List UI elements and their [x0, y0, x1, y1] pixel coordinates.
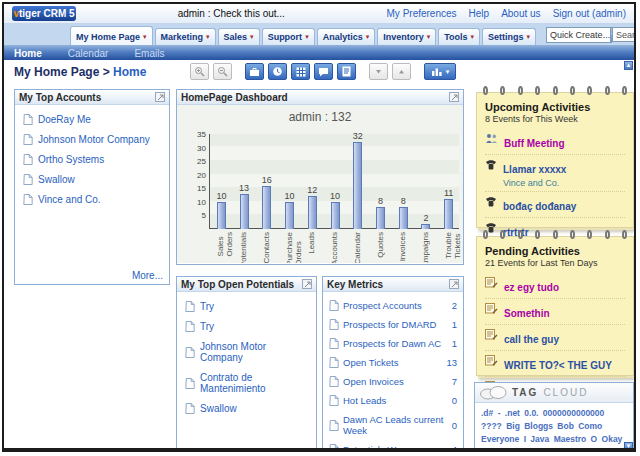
tab-label: Settings — [488, 32, 524, 42]
briefcase-button[interactable] — [245, 63, 264, 80]
chart-bar — [308, 196, 317, 229]
chart-bar — [262, 186, 271, 229]
spiral-ring — [483, 86, 488, 95]
accounts-list: DoeRay MeJohnson Motor CompanyOrtho Syst… — [15, 105, 169, 283]
document-icon — [23, 114, 33, 125]
dashboard-toolbar: ▾ — [190, 63, 460, 80]
activity-link[interactable]: Somethin — [504, 308, 550, 319]
x-axis-label: Potentials — [239, 232, 248, 263]
expand-icon[interactable] — [155, 92, 165, 102]
chart-view-button[interactable]: ▾ — [424, 63, 456, 80]
tab-marketing[interactable]: Marketing▾ — [155, 28, 216, 45]
header-link[interactable]: Help — [469, 8, 490, 19]
metric-label[interactable]: Prospects for Dawn AC — [343, 338, 448, 349]
spiral-ring — [622, 230, 627, 239]
top-bar: vtiger CRM 5 admin : Check this out... M… — [4, 4, 634, 24]
key-metrics-list: Prospect Accounts2Prospects for DMARD1Pr… — [323, 292, 463, 452]
activity-item: Llamar xxxxxVince and Co. — [485, 155, 625, 192]
chat-button[interactable] — [314, 63, 333, 80]
list-item-link[interactable]: Johnson Motor Company — [200, 341, 308, 363]
notes-icon — [342, 66, 351, 77]
spiral-ring — [622, 86, 627, 95]
activity-link[interactable]: call the guy — [504, 334, 559, 345]
zoom-in-button[interactable] — [190, 63, 209, 80]
metric-label[interactable]: Open Tickets — [343, 357, 442, 368]
potentials-list: TryTryJohnson Motor CompanyContrato de M… — [177, 292, 316, 452]
list-item-link[interactable]: Swallow — [200, 403, 237, 414]
clock-button[interactable] — [268, 63, 287, 80]
metric-label[interactable]: Hot Leads — [343, 395, 448, 406]
x-axis-label: Purchase Orders — [285, 232, 303, 263]
metric-value: 7 — [452, 376, 457, 387]
expand-icon[interactable] — [449, 279, 459, 289]
list-item-link[interactable]: Johnson Motor Company — [38, 134, 150, 145]
x-axis-label: Leads — [307, 232, 316, 254]
briefcase-icon — [249, 67, 260, 77]
header-link[interactable]: About us — [501, 8, 540, 19]
down-arrow-button[interactable] — [369, 63, 388, 80]
metric-label[interactable]: Dawn AC Leads current Week — [343, 414, 448, 436]
document-icon — [329, 357, 339, 368]
tab-tools[interactable]: Tools▾ — [438, 28, 480, 45]
metric-row: Open Tickets13 — [329, 357, 457, 368]
chart-bar — [444, 199, 453, 229]
bar-value-label: 13 — [233, 183, 255, 193]
metric-row: Open Invoices7 — [329, 376, 457, 387]
subnav-calendar[interactable]: Calendar — [68, 48, 109, 59]
document-icon — [329, 338, 339, 349]
list-item-link[interactable]: Swallow — [38, 174, 75, 185]
scroll-down-arrow[interactable]: ▼ — [624, 442, 633, 451]
zoom-out-button[interactable] — [213, 63, 232, 80]
y-axis-tick: 15 — [190, 184, 206, 193]
scroll-up-arrow[interactable]: ▲ — [624, 61, 633, 70]
tab-analytics[interactable]: Analytics▾ — [317, 28, 376, 45]
activity-link[interactable]: ez egy tudo — [504, 282, 559, 293]
metric-label[interactable]: Potentials Won — [343, 444, 448, 452]
activity-link[interactable]: Buff Meeting — [504, 138, 565, 149]
y-axis-tick: 20 — [190, 171, 206, 180]
activity-item: WRITE TO?< THE GUY — [485, 351, 625, 377]
list-item-link[interactable]: Contrato de Mantenimiento — [200, 372, 308, 394]
expand-icon[interactable] — [302, 279, 312, 289]
list-item-link[interactable]: Ortho Systems — [38, 154, 104, 165]
bar-value-label: 16 — [256, 175, 278, 185]
x-axis-label: Accounts — [330, 232, 339, 263]
list-item-link[interactable]: DoeRay Me — [38, 114, 91, 125]
quick-create-select[interactable]: Quick Create... ▾ — [546, 27, 612, 43]
bar-value-label: 8 — [370, 196, 392, 206]
list-item-link[interactable]: Try — [200, 321, 214, 332]
panel-title: Key Metrics — [327, 279, 383, 290]
metric-label[interactable]: Open Invoices — [343, 376, 448, 387]
tab-settings[interactable]: Settings▾ — [482, 28, 536, 45]
activity-link[interactable]: WRITE TO?< THE GUY — [504, 360, 612, 371]
metric-label[interactable]: Prospect Accounts — [343, 300, 448, 311]
grid-button[interactable] — [291, 63, 310, 80]
metric-label[interactable]: Prospects for DMARD — [343, 319, 448, 330]
list-item-link[interactable]: Try — [200, 301, 214, 312]
tab-my-home-page[interactable]: My Home Page▾ — [70, 26, 153, 45]
tab-inventory[interactable]: Inventory▾ — [377, 28, 436, 45]
activity-link[interactable]: bođaç dođanay — [503, 201, 576, 212]
panel-title: HomePage Dashboard — [181, 92, 288, 103]
search-input[interactable] — [612, 27, 634, 42]
breadcrumb-current[interactable]: Home — [113, 65, 146, 79]
activity-link[interactable]: Llamar xxxxx — [503, 164, 566, 175]
subnav-emails[interactable]: Emails — [134, 48, 164, 59]
header-link[interactable]: My Preferences — [387, 8, 457, 19]
chart-bar — [240, 194, 249, 229]
subnav-home[interactable]: Home — [14, 48, 42, 59]
tab-support[interactable]: Support▾ — [262, 28, 315, 45]
expand-icon[interactable] — [449, 92, 459, 102]
notes-button[interactable] — [337, 63, 356, 80]
tab-sales[interactable]: Sales▾ — [218, 28, 260, 45]
up-arrow-button[interactable] — [392, 63, 411, 80]
chart-plot: 510152025303510Sales Orders13Potentials1… — [209, 134, 459, 229]
more-link[interactable]: More... — [132, 270, 163, 281]
header-link[interactable]: Sign out (admin) — [553, 8, 626, 19]
list-item-link[interactable]: Vince and Co. — [38, 194, 101, 205]
zoom-out-icon — [217, 66, 228, 77]
tag-cloud-tags[interactable]: .d# - .net 0.0. 0000000000000 ???? Big B… — [475, 403, 633, 452]
metric-row: Hot Leads0 — [329, 395, 457, 406]
panel-header: My Top Accounts — [15, 90, 169, 105]
sub-nav: HomeCalendarEmails — [4, 46, 634, 60]
